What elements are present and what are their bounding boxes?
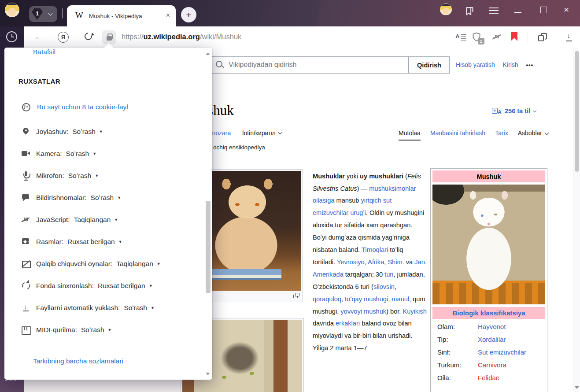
enlarge-icon[interactable] — [293, 293, 299, 298]
permission-value-dropdown[interactable]: Soʻrash — [68, 172, 92, 180]
dropdown-caret-icon[interactable]: ▼ — [151, 306, 155, 310]
taxonomy-label: Sinf: — [437, 348, 478, 356]
refresh-icon[interactable] — [83, 31, 94, 42]
dropdown-caret-icon[interactable]: ▼ — [95, 174, 99, 178]
cookies-row[interactable]: Bu sayt uchun 8 ta cookie-fayl — [21, 102, 128, 112]
more-options-dots[interactable]: ••• — [526, 62, 534, 68]
paragraph-segment[interactable]: silovsin — [373, 283, 395, 290]
search-button[interactable]: Qidirish — [409, 56, 450, 74]
site-permissions-lock-button[interactable] — [102, 30, 116, 44]
window-close-button[interactable]: × — [564, 4, 569, 15]
permission-value-dropdown[interactable]: Ruxsat berilgan — [98, 282, 145, 290]
taxonomy-value-link[interactable]: Sut emizuvchilar — [478, 348, 526, 356]
taxonomy-row: Olam: Hayvonot — [437, 323, 545, 330]
permission-value-dropdown[interactable]: Taqiqlangan — [116, 260, 153, 268]
taxonomy-value-link[interactable]: Carnivora — [478, 361, 506, 369]
white-kitten-image[interactable] — [432, 185, 545, 304]
dropdown-caret-icon[interactable]: ▼ — [92, 152, 96, 156]
menu-icon[interactable] — [489, 7, 499, 14]
reader-mode-icon[interactable] — [455, 33, 466, 41]
window-minimize-button[interactable] — [514, 12, 521, 13]
search-placeholder: Vikipediyadan qidirish — [229, 61, 296, 69]
paragraph-segment[interactable]: toʻqay mushugi — [345, 296, 388, 303]
back-arrow-icon[interactable]: ← — [34, 31, 44, 42]
dropdown-caret-icon[interactable]: ▼ — [149, 284, 153, 288]
tab-group-expand-button[interactable] — [45, 9, 55, 19]
paragraph-segment[interactable]: manul — [392, 296, 409, 303]
paragraph-segment[interactable]: yovvoyi mushuk — [340, 308, 386, 315]
details-link[interactable]: Batafsil — [33, 48, 55, 56]
taxonomy-value-link[interactable]: Hayvonot — [478, 323, 506, 330]
javascript-blocked-icon[interactable] — [492, 33, 502, 41]
permission-value-dropdown[interactable]: Soʻrash — [124, 304, 147, 312]
wiki-search-input[interactable]: Vikipediyadan qidirish — [211, 56, 409, 74]
paragraph-segment[interactable]: Kuyikish — [403, 308, 426, 315]
language-selector[interactable]: 256 ta til — [492, 107, 536, 115]
sync-avatar[interactable] — [440, 4, 452, 15]
panel-scrollbar-thumb[interactable] — [206, 201, 211, 293]
article-tab[interactable]: Mutolaa — [399, 129, 421, 141]
paragraph-segment[interactable]: erkaklari — [336, 320, 360, 327]
scrollbar-thumb[interactable] — [575, 51, 579, 172]
dropdown-caret-icon[interactable]: ▼ — [117, 196, 121, 200]
paragraph-segment: ( — [403, 173, 407, 180]
paragraph-segment: ) bor. — [386, 308, 403, 315]
permission-value-dropdown[interactable]: Soʻrash — [66, 150, 89, 158]
taxonomy-value-link[interactable]: Felidae — [478, 374, 499, 381]
paragraph-segment[interactable]: turi — [384, 271, 393, 278]
tab-group-pill[interactable]: 1 — [29, 6, 57, 22]
all-content-settings-link[interactable]: Tarkibning barcha sozlamalari — [33, 357, 123, 365]
article-tab[interactable]: Manbasini tahrirlash — [430, 129, 485, 141]
dropdown-caret-icon[interactable]: ▼ — [118, 240, 122, 244]
taxonomy-value-link[interactable]: Xordalilar — [478, 336, 506, 343]
profile-avatar[interactable] — [5, 3, 19, 17]
paragraph-segment[interactable]: Shim. — [388, 259, 404, 266]
paragraph-segment[interactable]: Afrika — [368, 259, 384, 266]
dropdown-caret-icon[interactable]: ▼ — [99, 129, 103, 134]
collections-icon[interactable] — [536, 32, 549, 43]
scroll-up-arrow-icon[interactable] — [206, 52, 210, 55]
new-tab-button[interactable]: + — [181, 7, 196, 22]
panel-scrollbar[interactable] — [205, 48, 211, 379]
dropdown-caret-icon[interactable]: ▼ — [157, 262, 161, 266]
browser-tab[interactable]: W Mushuk - Vikipediya × — [67, 5, 176, 26]
language-count-label: 256 ta til — [505, 107, 530, 115]
scroll-down-arrow-icon[interactable] — [206, 373, 210, 375]
dropdown-caret-icon[interactable]: ▼ — [114, 218, 118, 222]
scroll-down-arrow-icon[interactable] — [575, 386, 579, 389]
variant-selector[interactable]: lotin/кирилл — [242, 129, 281, 137]
address-bar[interactable]: https://uz.wikipedia.org/wiki/Mushuk — [122, 33, 241, 41]
biological-classification-link[interactable]: Biologik klassifikatsiya — [452, 309, 525, 317]
lock-icon — [107, 33, 112, 41]
tab-close-icon[interactable]: × — [166, 11, 170, 19]
permission-value-dropdown[interactable]: Soʻrash — [81, 326, 104, 334]
login-link[interactable]: Kirish — [503, 61, 518, 68]
bookmarks-panel-icon[interactable] — [464, 6, 476, 17]
tab-group-badge[interactable]: 1 — [32, 8, 43, 20]
history-clock-icon[interactable] — [6, 31, 17, 42]
yandex-search-icon[interactable]: Я — [58, 32, 69, 43]
bookmark-added-icon[interactable] — [511, 32, 517, 41]
dropdown-caret-icon[interactable]: ▼ — [108, 328, 112, 332]
permission-value-dropdown[interactable]: Soʻrash — [72, 128, 96, 136]
downloads-icon[interactable] — [565, 32, 573, 42]
microphone-icon — [21, 171, 31, 181]
paragraph-segment[interactable]: qoraquloq — [313, 296, 341, 303]
permission-label: Mikrofon: — [36, 172, 64, 180]
create-account-link[interactable]: Hisob yaratish — [456, 61, 495, 68]
permission-label: Qalqib chiquvchi oynalar: — [36, 260, 112, 268]
article-tab[interactable]: Asboblar — [518, 129, 548, 141]
search-icon — [216, 61, 224, 69]
protect-shield-icon[interactable]: 1 — [471, 31, 483, 44]
cookies-link[interactable]: Bu sayt uchun 8 ta cookie-fayl — [37, 103, 128, 111]
url-host: uz.wikipedia.org — [144, 33, 200, 41]
paragraph-segment[interactable]: Tirnoqlari — [362, 246, 388, 253]
permission-value-dropdown[interactable]: Soʻrash — [91, 194, 114, 202]
permission-value-dropdown[interactable]: Ruxsat berilgan — [67, 238, 115, 246]
permission-value-dropdown[interactable]: Taqiqlangan — [74, 216, 111, 224]
article-tab[interactable]: Tarix — [495, 129, 508, 141]
page-scrollbar[interactable] — [573, 48, 580, 392]
paragraph-segment[interactable]: Yevrosiyo — [337, 259, 365, 266]
window-maximize-button[interactable] — [540, 7, 547, 13]
paragraph-segment: tarqalgan; 30 — [344, 271, 384, 278]
